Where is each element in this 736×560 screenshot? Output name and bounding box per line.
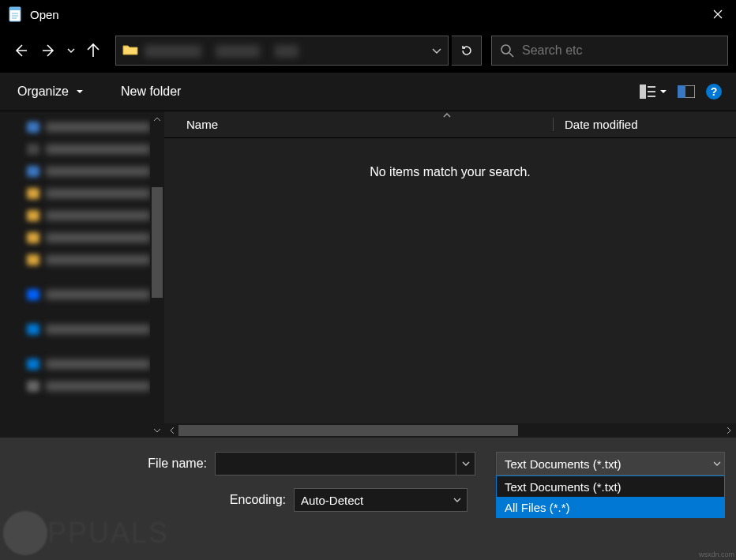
encoding-dropdown-arrow[interactable] <box>448 489 467 511</box>
filename-label: File name: <box>11 457 215 471</box>
new-folder-button[interactable]: New folder <box>118 73 184 111</box>
nav-forward-button[interactable] <box>36 38 62 63</box>
main-area: Name Date modified No items match your s… <box>0 111 736 438</box>
organize-menu[interactable]: Organize <box>14 73 86 111</box>
scroll-track[interactable] <box>150 126 164 423</box>
file-type-dropdown-list: Text Documents (*.txt) All Files (*.*) <box>496 475 725 518</box>
tree-item[interactable] <box>0 375 150 397</box>
column-header-name[interactable]: Name <box>164 118 553 131</box>
tree-item[interactable] <box>0 205 150 227</box>
chevron-down-icon <box>67 48 75 53</box>
file-type-selected[interactable]: Text Documents (*.txt) <box>496 452 725 475</box>
file-list-pane: Name Date modified No items match your s… <box>164 111 736 438</box>
close-button[interactable] <box>700 0 736 28</box>
arrow-right-icon <box>41 43 57 58</box>
nav-back-button[interactable] <box>8 38 33 63</box>
address-dropdown[interactable] <box>424 36 448 65</box>
preview-pane-icon <box>678 85 695 98</box>
question-mark-icon: ? <box>711 85 718 98</box>
scroll-right-button[interactable] <box>722 423 736 438</box>
file-type-option[interactable]: All Files (*.*) <box>497 497 724 517</box>
chevron-up-icon <box>154 117 160 121</box>
scroll-track[interactable] <box>178 423 722 438</box>
organize-label: Organize <box>17 85 69 99</box>
search-icon <box>500 43 514 58</box>
tree-item[interactable] <box>0 116 150 138</box>
tree-item[interactable] <box>0 353 150 375</box>
file-type-filter[interactable]: Text Documents (*.txt) Text Documents (*… <box>496 452 725 518</box>
chevron-up-icon <box>443 113 451 118</box>
scroll-up-button[interactable] <box>150 111 164 126</box>
tree-item[interactable] <box>0 249 150 271</box>
chevron-right-icon <box>727 427 731 434</box>
address-path <box>145 43 424 58</box>
arrow-left-icon <box>13 43 28 58</box>
refresh-icon <box>460 44 473 57</box>
chevron-down-icon <box>453 498 461 502</box>
horizontal-scrollbar[interactable] <box>164 423 736 438</box>
tree-item[interactable] <box>0 182 150 205</box>
nav-up-button[interactable] <box>81 38 106 63</box>
tree-item[interactable] <box>0 138 150 160</box>
refresh-button[interactable] <box>452 36 482 66</box>
svg-rect-7 <box>640 85 646 99</box>
file-type-option[interactable]: Text Documents (*.txt) <box>497 476 724 497</box>
preview-pane-button[interactable] <box>678 85 695 98</box>
chevron-down-icon <box>77 90 83 94</box>
window-title: Open <box>30 8 700 21</box>
svg-line-6 <box>509 53 513 57</box>
search-box[interactable] <box>491 36 728 66</box>
sidebar-scrollbar[interactable] <box>150 111 164 438</box>
empty-message: No items match your search. <box>370 165 531 179</box>
encoding-select[interactable]: Auto-Detect <box>294 488 468 512</box>
toolbar: Organize New folder ? <box>0 73 736 111</box>
tree-item[interactable] <box>0 227 150 249</box>
list-view-icon <box>640 85 655 99</box>
search-input[interactable] <box>522 43 719 58</box>
sort-indicator <box>443 113 457 118</box>
source-watermark: wsxdn.com <box>699 551 734 558</box>
arrow-up-icon <box>85 43 101 58</box>
chevron-down-icon <box>432 48 441 54</box>
notepad-app-icon <box>8 6 22 22</box>
folder-icon <box>122 43 138 58</box>
column-header-date[interactable]: Date modified <box>553 118 736 131</box>
svg-rect-8 <box>648 86 655 88</box>
navigation-pane <box>0 111 164 438</box>
file-type-selected-label: Text Documents (*.txt) <box>505 457 621 471</box>
scroll-left-button[interactable] <box>164 423 178 438</box>
encoding-label: Encoding: <box>11 493 294 507</box>
chevron-down-icon <box>713 461 721 466</box>
new-folder-label: New folder <box>121 85 181 99</box>
scroll-thumb[interactable] <box>178 425 518 436</box>
address-bar[interactable] <box>115 36 449 66</box>
chevron-down-icon <box>660 90 667 94</box>
navigation-bar <box>0 28 736 73</box>
tree-item[interactable] <box>0 284 150 306</box>
svg-rect-10 <box>648 96 655 97</box>
chevron-left-icon <box>170 427 174 434</box>
file-list[interactable]: No items match your search. <box>164 138 736 423</box>
encoding-value: Auto-Detect <box>301 494 363 507</box>
help-button[interactable]: ? <box>706 84 722 100</box>
watermark: PPUALS <box>3 511 169 555</box>
chevron-down-icon <box>462 461 470 466</box>
svg-rect-12 <box>678 85 685 98</box>
svg-point-5 <box>501 45 510 54</box>
folder-tree[interactable] <box>0 111 150 438</box>
filename-input[interactable] <box>215 452 475 475</box>
scroll-thumb[interactable] <box>152 187 163 298</box>
close-icon <box>713 9 723 19</box>
filename-dropdown[interactable] <box>456 453 475 475</box>
nav-recent-dropdown[interactable] <box>65 48 77 53</box>
view-mode-button[interactable] <box>640 85 667 99</box>
tree-item[interactable] <box>0 160 150 182</box>
column-headers: Name Date modified <box>164 111 736 138</box>
svg-rect-1 <box>9 7 21 10</box>
chevron-down-icon <box>154 429 160 433</box>
file-type-dropdown-arrow[interactable] <box>713 453 721 475</box>
bottom-panel: File name: Encoding: Auto-Detect Text Do… <box>0 438 736 560</box>
tree-item[interactable] <box>0 318 150 340</box>
scroll-down-button[interactable] <box>150 423 164 438</box>
svg-rect-9 <box>648 91 655 92</box>
